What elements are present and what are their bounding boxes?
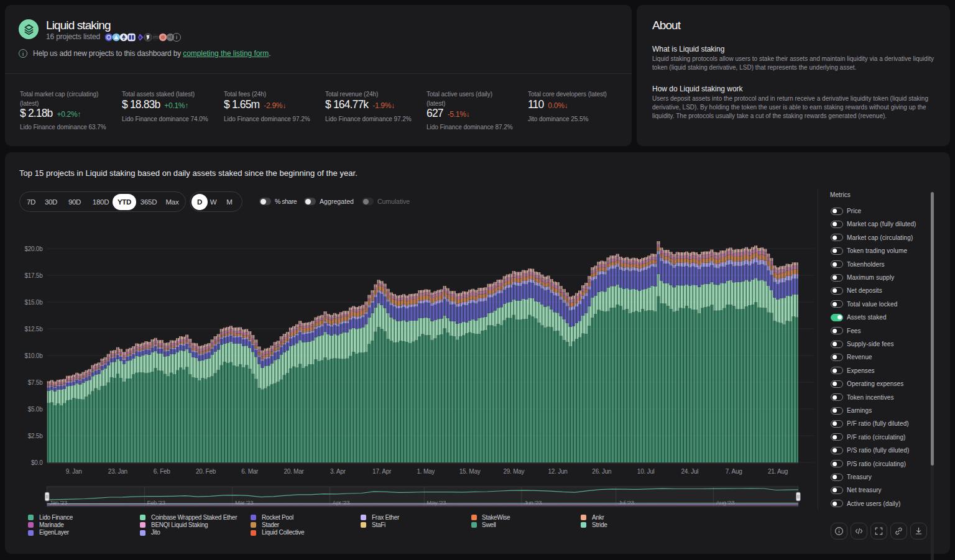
svg-text:3. Apr: 3. Apr <box>330 468 346 475</box>
svg-text:6. Feb: 6. Feb <box>154 468 171 475</box>
svg-text:$17.5b: $17.5b <box>24 272 43 279</box>
svg-text:24. Jul: 24. Jul <box>681 468 699 475</box>
svg-text:23. Jan: 23. Jan <box>108 468 127 475</box>
svg-text:May '23: May '23 <box>427 499 446 506</box>
svg-text:Aug '23: Aug '23 <box>716 499 734 506</box>
svg-text:Apr '23: Apr '23 <box>333 499 350 506</box>
svg-text:Mar '23: Mar '23 <box>235 499 253 506</box>
svg-text:$10.0b: $10.0b <box>24 352 43 359</box>
svg-text:JITO: JITO <box>152 36 159 39</box>
svg-text:20. Feb: 20. Feb <box>196 468 216 475</box>
svg-text:$12.5b: $12.5b <box>24 326 43 333</box>
svg-text:$20.0b: $20.0b <box>24 246 43 252</box>
svg-text:9. Jan: 9. Jan <box>66 468 82 475</box>
svg-text:12. Jun: 12. Jun <box>548 468 568 475</box>
svg-text:$5.0b: $5.0b <box>28 406 43 413</box>
svg-text:Jul '23: Jul '23 <box>619 499 634 506</box>
svg-text:15. May: 15. May <box>459 468 481 475</box>
svg-text:20. Mar: 20. Mar <box>284 468 304 475</box>
svg-text:$2.5b: $2.5b <box>28 433 43 439</box>
svg-text:6. Mar: 6. Mar <box>241 468 259 475</box>
svg-text:$15.0b: $15.0b <box>24 299 43 306</box>
svg-text:29. May: 29. May <box>503 468 524 475</box>
svg-text:Jun '23: Jun '23 <box>524 499 542 506</box>
svg-text:21. Aug: 21. Aug <box>768 468 788 475</box>
svg-text:26. Jun: 26. Jun <box>592 468 611 475</box>
svg-text:17. Apr: 17. Apr <box>372 468 392 475</box>
svg-text:1. May: 1. May <box>417 468 435 475</box>
svg-text:$7.5b: $7.5b <box>28 379 43 386</box>
svg-text:10. Jul: 10. Jul <box>637 468 655 475</box>
svg-text:7. Aug: 7. Aug <box>726 468 742 475</box>
svg-text:$0.0: $0.0 <box>31 459 43 466</box>
